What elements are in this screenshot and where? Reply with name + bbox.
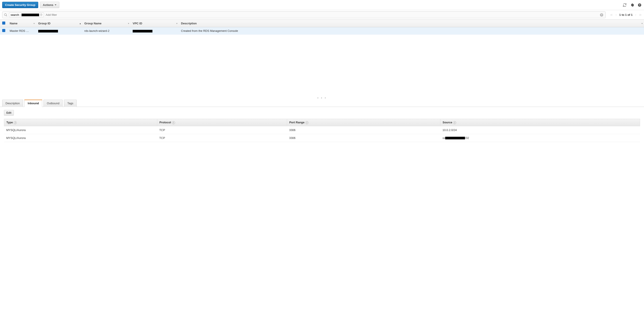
- search-icon: [4, 13, 8, 17]
- page-next-icon[interactable]: [634, 13, 637, 16]
- info-icon[interactable]: i: [172, 121, 175, 124]
- col-vpc-id[interactable]: VPC ID▾: [130, 20, 179, 27]
- cell-vpc-id: [130, 27, 179, 35]
- info-icon[interactable]: i: [453, 121, 456, 124]
- col-port-range: Port Rangei: [287, 119, 440, 126]
- cell-rule-source: xx/32: [440, 134, 640, 142]
- split-handle[interactable]: ● ● ●: [0, 96, 644, 99]
- filter-chip-value-redacted: [22, 13, 39, 16]
- refresh-icon[interactable]: [622, 3, 627, 7]
- page-prev-icon[interactable]: [615, 13, 618, 16]
- cell-rule-protocol: TCP: [157, 126, 287, 134]
- edit-button[interactable]: Edit: [4, 110, 14, 116]
- select-all-checkbox[interactable]: [2, 21, 5, 24]
- filter-input[interactable]: [45, 13, 604, 17]
- filter-chip-close-icon[interactable]: ⓧ: [40, 13, 42, 16]
- security-groups-table-wrap: Name▾ Group ID▴ Group Name▾ VPC ID▾ Desc…: [0, 19, 644, 35]
- filter-bar[interactable]: search : ⓧ ?: [2, 11, 606, 18]
- svg-point-2: [4, 13, 6, 15]
- tab-tags[interactable]: Tags: [64, 100, 76, 107]
- col-group-name[interactable]: Group Name▾: [82, 20, 130, 27]
- info-icon[interactable]: i: [305, 121, 308, 124]
- filter-chip-label: search :: [10, 13, 21, 16]
- col-name[interactable]: Name▾: [8, 20, 36, 27]
- col-type: Typei: [4, 119, 157, 126]
- row-checkbox[interactable]: [2, 29, 5, 32]
- rule-row: MYSQL/AuroraTCP330610.0.2.0/24: [4, 126, 640, 134]
- inbound-rules-table: Typei Protocoli Port Rangei Sourcei MYSQ…: [4, 119, 640, 142]
- table-row[interactable]: Master RDS …rds-launch-wizard-2Created f…: [0, 27, 644, 35]
- page-last-icon[interactable]: [639, 13, 642, 16]
- page-first-icon[interactable]: [610, 13, 613, 16]
- main-toolbar: Create Security Group Actions ?: [0, 0, 644, 10]
- cell-rule-source: 10.0.2.0/24: [440, 126, 640, 134]
- col-checkbox[interactable]: [0, 20, 8, 27]
- actions-label: Actions: [43, 3, 53, 6]
- rule-row: MYSQL/AuroraTCP3306xx/32: [4, 134, 640, 142]
- info-icon[interactable]: i: [14, 121, 17, 124]
- col-protocol: Protocoli: [157, 119, 287, 126]
- cell-name: Master RDS …: [8, 27, 36, 35]
- cell-rule-type: MYSQL/Aurora: [4, 134, 157, 142]
- toolbar-right-icons: ?: [622, 3, 642, 7]
- detail-body: Edit Typei Protocoli Port Rangei Sourcei…: [0, 107, 644, 145]
- col-group-id[interactable]: Group ID▴: [36, 20, 82, 27]
- filter-row: search : ⓧ ? 1 to 1 of 1: [0, 10, 644, 19]
- actions-button[interactable]: Actions: [40, 2, 59, 8]
- cell-description: Created from the RDS Management Console: [179, 27, 644, 35]
- svg-line-3: [6, 15, 7, 16]
- tab-outbound[interactable]: Outbound: [44, 100, 62, 107]
- svg-text:?: ?: [639, 3, 640, 6]
- rules-header-row: Typei Protocoli Port Rangei Sourcei: [4, 119, 640, 126]
- help-icon[interactable]: ?: [638, 3, 642, 7]
- sort-icon[interactable]: ▾: [642, 22, 643, 24]
- cell-rule-port-range: 3306: [287, 126, 440, 134]
- gear-icon[interactable]: [630, 3, 634, 7]
- sort-icon[interactable]: ▾: [176, 22, 178, 24]
- sort-asc-icon[interactable]: ▴: [80, 22, 81, 24]
- sort-icon[interactable]: ▾: [34, 22, 35, 24]
- tab-inbound[interactable]: Inbound: [24, 100, 42, 107]
- tab-description[interactable]: Description: [2, 100, 23, 107]
- pagination-text: 1 to 1 of 1: [619, 13, 632, 16]
- filter-help-icon[interactable]: ?: [600, 13, 604, 17]
- table-header-row: Name▾ Group ID▴ Group Name▾ VPC ID▾ Desc…: [0, 20, 644, 27]
- chevron-down-icon: [55, 4, 56, 5]
- col-source: Sourcei: [440, 119, 640, 126]
- security-groups-table: Name▾ Group ID▴ Group Name▾ VPC ID▾ Desc…: [0, 19, 644, 35]
- filter-chip[interactable]: search : ⓧ: [9, 12, 44, 17]
- create-security-group-button[interactable]: Create Security Group: [2, 2, 38, 8]
- col-description[interactable]: Description▾: [179, 20, 644, 27]
- sort-icon[interactable]: ▾: [128, 22, 129, 24]
- pagination: 1 to 1 of 1: [610, 13, 644, 16]
- cell-rule-type: MYSQL/Aurora: [4, 126, 157, 134]
- cell-group-id: [36, 27, 82, 35]
- svg-text:?: ?: [601, 13, 602, 16]
- cell-group-name: rds-launch-wizard-2: [82, 27, 130, 35]
- detail-tabs: Description Inbound Outbound Tags: [0, 99, 644, 107]
- cell-rule-protocol: TCP: [157, 134, 287, 142]
- cell-rule-port-range: 3306: [287, 134, 440, 142]
